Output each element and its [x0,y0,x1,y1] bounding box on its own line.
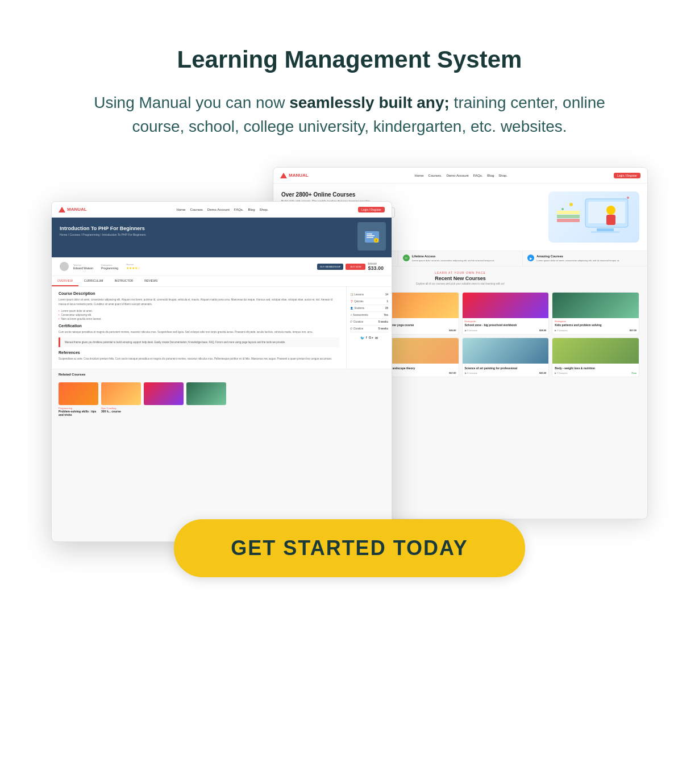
related-card-1: Gym Coaching 300 h... course [101,382,141,416]
course-name-2: School zone - big preschool workbook [465,323,547,327]
back-navbar: MANUAL Home Courses. Demo Account FAQs. … [273,168,647,184]
tab-overview[interactable]: OVERVIEW [52,276,78,286]
stat-students-val: 25 [385,307,388,310]
course-img-3 [552,293,639,318]
back-feature-2-title: Amazing Courses [536,255,619,258]
course-name-7: Body - weight loss & nutrition [555,366,636,370]
front-price-container: $49.00 $33.00 [368,262,384,271]
course-card-6: Science of art painting for professional… [462,337,550,378]
related-card-3 [186,382,226,416]
stat-students-label: 👤 Students [350,307,364,310]
course-lessons-7: ▶ 3 Lessons [555,372,567,374]
stat-duration2-label: ⏱ Duration [350,327,363,330]
svg-rect-15 [367,237,373,238]
course-card-3: Kindergarten Kids patterns and problem s… [552,292,639,335]
course-price-3: $57.00 [630,329,636,332]
front-tabs: OVERVIEW CURRICULUM INSTRUCTOR REVIEWS [52,276,392,287]
course-price-6: $43.00 [539,372,546,374]
illustration-svg [554,193,634,241]
email-icon[interactable]: ✉ [375,336,378,340]
twitter-icon[interactable]: 🐦 [360,336,364,340]
back-feature-1-title: Lifetime Access [412,255,495,258]
course-card-7: Body - weight loss & nutrition ▶ 3 Lesso… [552,337,639,378]
back-feature-2-desc: Lorem ipsum dolor sit amet, consectetur … [536,259,619,262]
course-img-6 [463,338,549,364]
front-buy-btn[interactable]: BUY NOW [346,264,365,270]
related-img-1 [101,382,141,405]
svg-rect-4 [557,219,580,222]
back-login-btn[interactable]: Login / Register [614,173,640,178]
back-nav-items: Home Courses. Demo Account FAQs. Blog Sh… [415,174,507,177]
stat-duration2: ⏱ Duration 5 weeks [350,326,388,332]
front-hero-image: ? [357,222,386,251]
front-sidebar-stats: 📋 Lessons 14 ❓ Quizzes 1 👤 Students 25 ✓… [346,287,392,369]
front-membership-btn[interactable]: BUY MEMBERSHIP [317,264,343,270]
front-stars: ★★★★☆ [126,266,140,270]
tab-curriculum[interactable]: CURRICULUM [78,276,109,286]
feature-icon-1: ∞ [403,255,410,261]
course-lessons-2: ▶ 3 Lessons [465,329,477,332]
svg-rect-5 [557,215,580,218]
stat-lessons: 📋 Lessons 14 [350,291,388,298]
tab-reviews[interactable]: REVIEWS [139,276,163,286]
back-hero-title: Over 2800+ Online Courses [281,191,548,198]
course-card-2: Kindergarten School zone - big preschool… [462,292,550,335]
front-content-area: Course Description Lorem ipsum dolor sit… [52,287,392,369]
front-desc-text: Lorem ipsum dolor sit amet, consectetur … [59,298,339,306]
back-logo-icon [280,173,287,178]
front-nav-home: Home [176,208,185,211]
cta-container: GET STARTED TODAY [51,519,648,577]
front-login-btn[interactable]: Login / Register [358,207,385,212]
svg-point-7 [606,206,615,215]
svg-rect-6 [557,211,580,214]
front-ref-text: Suspendisse ac ante. Cras tincidunt pret… [59,357,339,361]
course-price-7: Free [632,372,636,374]
feature-icon-2: ▶ [527,255,534,261]
back-feature-1-content: Lifetime Access Lorem ipsum dolor sit am… [412,255,495,262]
front-nav-courses: Courses [190,208,202,211]
course-icon: ? [362,227,382,247]
back-nav-faqs: FAQs. [473,174,483,177]
front-nav-shop: Shop. [260,208,269,211]
google-icon[interactable]: G+ [369,336,373,340]
header-section: Learning Management System Using Manual … [94,45,605,139]
stat-duration1-val: 5 weeks [378,320,388,323]
facebook-icon[interactable]: f [366,336,367,340]
stat-lessons-val: 14 [385,293,388,296]
svg-rect-14 [367,235,375,236]
course-cat-3: Kindergarten [555,320,636,323]
svg-rect-3 [591,231,619,233]
front-price-buy: BUY MEMBERSHIP BUY NOW $49.00 $33.00 [317,262,384,271]
stat-duration1: ⏱ Duration 5 weeks [350,319,388,326]
subtitle-text: Using Manual you can now seamlessly buil… [94,91,605,139]
svg-point-10 [627,197,629,199]
front-logo-icon [59,207,65,212]
front-breadcrumb: Home / Courses / Programming / Introduct… [60,233,384,236]
course-name-6: Science of art painting for professional [465,366,547,370]
front-hero: Introduction To PHP For Beginners Home /… [52,218,392,257]
front-social-icons: 🐦 f G+ ✉ [350,336,388,340]
related-title-0: Problem-solving skills : tips and tricks [59,410,98,416]
front-cat-value: Programming [101,266,118,270]
course-name-3: Kids patterns and problem solving [555,323,636,327]
front-teacher-avatar [60,262,69,271]
back-feature-1: ∞ Lifetime Access Lorem ipsum dolor sit … [398,251,523,266]
course-footer-2: ▶ 3 Lessons $28.00 [465,329,547,332]
course-body-6: Science of art painting for professional… [463,364,549,377]
cta-button[interactable]: GET STARTED TODAY [174,519,525,577]
course-body-3: Kindergarten Kids patterns and problem s… [552,318,639,334]
back-nav-demo: Demo Account [447,174,469,177]
back-nav-home: Home [415,174,424,177]
course-img-7 [552,338,639,364]
back-feature-1-desc: Lorem ipsum dolor sit amet, consectetur … [412,259,495,262]
screenshot-front: MANUAL Home Courses Demo Account FAQs. B… [51,201,392,542]
front-teacher-info: Teacher Edward Watson [73,264,93,270]
stat-duration2-val: 5 weeks [378,327,388,330]
front-course-meta: Teacher Edward Watson Categories Program… [52,257,392,276]
front-bullet-2: Nam at lorem gravida tortor laoreet. [59,318,339,320]
front-bullet-0: Lorem ipsum dolor sit amet. [59,310,339,312]
back-logo: MANUAL [280,173,309,178]
tab-instructor[interactable]: INSTRUCTOR [109,276,139,286]
stat-quizzes-val: 1 [386,300,388,303]
front-main-content: Course Description Lorem ipsum dolor sit… [52,287,346,369]
